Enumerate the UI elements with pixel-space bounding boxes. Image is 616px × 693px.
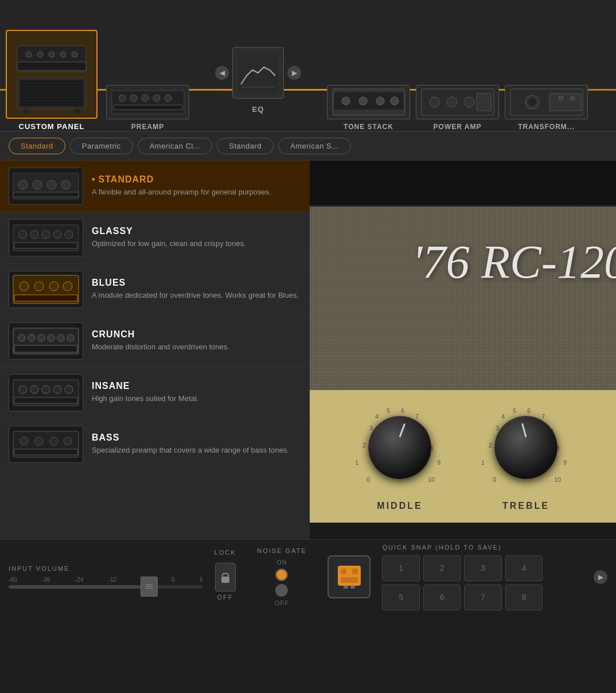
vol-scale-minus12: -12: [108, 577, 116, 583]
svg-point-62: [34, 282, 44, 291]
svg-rect-50: [13, 192, 79, 197]
input-volume-section: INPUT VOLUME -60 -36 -24 -12 -6 0 6: [9, 565, 203, 589]
svg-text:7: 7: [415, 413, 419, 420]
preamp-item-insane[interactable]: INSANE High gain tones suited for Metal.: [0, 367, 310, 419]
preamp-item-blues[interactable]: BLUES A module dedicated for overdrive t…: [0, 264, 310, 316]
transformer-label: TRANSFORM...: [518, 123, 575, 131]
volume-slider-track[interactable]: [9, 585, 203, 589]
svg-text:2: 2: [489, 442, 492, 449]
preamp-item-glassy[interactable]: GLASSY Optimized for low gain, clean and…: [0, 212, 310, 264]
chain-item-preamp[interactable]: PREAMP: [106, 85, 189, 131]
svg-point-71: [48, 334, 54, 341]
preamp-image: [106, 85, 189, 119]
snap-btn-7[interactable]: 7: [464, 585, 502, 610]
tone-stack-image: [327, 85, 410, 119]
snap-btn-3[interactable]: 3: [464, 555, 502, 581]
svg-point-55: [42, 231, 50, 239]
svg-point-1: [26, 52, 32, 57]
preamp-label: PREAMP: [131, 123, 164, 131]
vol-scale-0: 0: [171, 577, 175, 583]
tab-standard[interactable]: Standard: [9, 138, 65, 154]
noise-gate-section: NOISE GATE ON OFF: [247, 547, 316, 606]
svg-point-22: [153, 95, 160, 102]
snap-btn-4[interactable]: 4: [505, 555, 543, 581]
svg-point-42: [559, 96, 563, 100]
eq-next-arrow[interactable]: ▶: [287, 66, 301, 80]
svg-text:9: 9: [563, 459, 567, 466]
svg-point-3: [49, 52, 54, 57]
power-amp-image: [416, 85, 499, 119]
preamp-item-bass[interactable]: BASS Specialized preamp that covers a wi…: [0, 419, 310, 470]
noise-off-indicator[interactable]: [275, 584, 288, 597]
svg-rect-117: [352, 569, 358, 574]
chain-item-power-amp[interactable]: POWER AMP: [416, 85, 499, 131]
preamp-list: •STANDARD A flexible and all-around prea…: [0, 161, 310, 539]
volume-scale: -60 -36 -24 -12 -6 0 6: [9, 577, 203, 583]
lock-section: LOCK OFF: [215, 549, 236, 605]
preset-tabs: Standard Parametric American Cl... Stand…: [0, 132, 616, 161]
svg-point-43: [570, 96, 575, 100]
svg-text:9: 9: [437, 459, 440, 466]
svg-rect-118: [341, 577, 358, 583]
svg-point-81: [65, 386, 73, 394]
tab-parametric[interactable]: Parametric: [70, 138, 133, 154]
preamp-desc-crunch: Moderate distortion and overdriven tones…: [92, 342, 301, 352]
knob-treble-container: 4 5 6 7 3 8 2 8 1 9 0 10: [480, 402, 572, 511]
noise-off-text: OFF: [275, 599, 289, 606]
knob-treble-scale: 4 5 6 7 3 8 2 8 1 9 0 10: [480, 402, 572, 493]
preamp-desc-blues: A module dedicated for overdrive tones. …: [92, 290, 301, 301]
chain-item-eq[interactable]: ◀ ▶ EQ: [201, 47, 315, 131]
knob-middle-container: 4 5 6 7 3 8 2 8 1 9 0 10: [354, 402, 446, 511]
svg-point-54: [30, 231, 38, 239]
svg-point-36: [464, 97, 474, 107]
tab-american-cl[interactable]: American Cl...: [138, 138, 213, 154]
svg-rect-37: [477, 94, 491, 111]
svg-point-2: [37, 52, 43, 57]
snap-btn-6[interactable]: 6: [423, 585, 461, 610]
custom-panel-label: CUSTOM PANEL: [19, 122, 85, 131]
chain-item-custom-panel[interactable]: CUSTOM PANEL: [6, 30, 98, 131]
preamp-info-bass: BASS Specialized preamp that covers a wi…: [92, 433, 301, 455]
svg-rect-16: [23, 109, 29, 114]
pedal-button[interactable]: [328, 555, 371, 598]
tab-american-s[interactable]: American S...: [278, 138, 351, 154]
volume-slider-thumb[interactable]: [141, 577, 158, 597]
svg-point-4: [60, 52, 66, 57]
tone-stack-label: TONE STACK: [344, 123, 393, 131]
noise-on-indicator[interactable]: [275, 569, 288, 581]
noise-on-text: ON: [276, 559, 287, 566]
svg-text:0: 0: [367, 476, 370, 483]
svg-text:7: 7: [541, 413, 545, 420]
amp-top-bar: [310, 161, 616, 207]
svg-point-70: [38, 334, 45, 341]
chain-item-transformer[interactable]: TRANSFORM...: [505, 85, 588, 131]
snap-btn-5[interactable]: 5: [382, 585, 420, 610]
vol-scale-minus60: -60: [9, 577, 17, 583]
preamp-thumb-insane: [9, 374, 83, 411]
preamp-info-crunch: CRUNCH Moderate distortion and overdrive…: [92, 329, 301, 352]
snap-btn-1[interactable]: 1: [382, 555, 420, 581]
svg-point-61: [20, 282, 29, 291]
eq-label: EQ: [252, 105, 264, 114]
bottom-full: INPUT VOLUME -60 -36 -24 -12 -6 0 6: [0, 539, 616, 693]
snap-btn-2[interactable]: 2: [423, 555, 461, 581]
preamp-item-standard[interactable]: •STANDARD A flexible and all-around prea…: [0, 161, 310, 212]
tab-standard2[interactable]: Standard: [217, 138, 274, 154]
knob-middle-scale: 4 5 6 7 3 8 2 8 1 9 0 10: [354, 402, 446, 493]
lock-button[interactable]: [215, 563, 236, 591]
svg-text:3: 3: [496, 425, 499, 431]
svg-point-46: [18, 180, 28, 189]
eq-prev-arrow[interactable]: ◀: [215, 66, 229, 80]
preamp-name-standard: •STANDARD: [92, 174, 301, 185]
knob-middle[interactable]: [368, 416, 431, 479]
snap-next-arrow[interactable]: ▶: [594, 570, 607, 584]
preamp-info-standard: •STANDARD A flexible and all-around prea…: [92, 174, 301, 197]
svg-point-29: [342, 97, 350, 105]
svg-point-48: [47, 180, 56, 189]
snap-btn-8[interactable]: 8: [505, 585, 543, 610]
lock-off-label: OFF: [217, 594, 233, 601]
chain-item-tone-stack[interactable]: TONE STACK: [327, 85, 410, 131]
preamp-item-crunch[interactable]: CRUNCH Moderate distortion and overdrive…: [0, 316, 310, 367]
svg-point-31: [376, 97, 384, 105]
knob-treble[interactable]: [494, 416, 557, 479]
